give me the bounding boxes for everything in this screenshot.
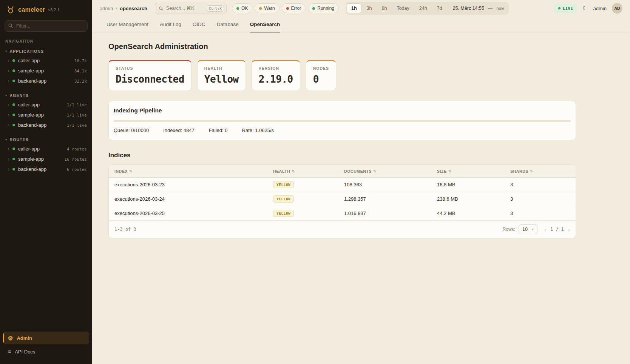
section-header-applications[interactable]: ▾ APPLICATIONS [0,48,92,55]
status-dot [12,158,15,160]
chevron-right-icon: › [8,79,9,83]
shortcut-hint: Ctrl+K [207,5,224,12]
time-range-3h[interactable]: 3h [362,3,377,13]
sidebar-item-agent-backend[interactable]: › backend-app 1/1 live [0,120,92,130]
chevron-down-icon: ▾ [532,228,534,231]
sort-icon: ⇅ [530,169,533,173]
sidebar-item-app-backend[interactable]: › backend-app 32.2k [0,76,92,86]
date-range-label[interactable]: 25. März 14:55 [448,6,487,11]
page-indicator: 1 / 1 [550,227,564,232]
dark-mode-toggle-moon-icon[interactable]: ☾ [582,5,588,11]
time-range-24h[interactable]: 24h [415,3,432,13]
table-row[interactable]: executions-2026-03-25 YELLOW 1.016.937 4… [109,206,576,221]
column-header-index[interactable]: INDEX ⇅ [114,169,273,174]
live-badge: 1/1 live [67,103,87,107]
breadcrumb-admin[interactable]: admin [100,6,113,11]
topbar: admin / opensearch Ctrl+K OK [92,0,630,17]
logo[interactable]: cameleer v3.2.1 [0,0,92,19]
status-dot [12,69,15,72]
sidebar-item-api-docs[interactable]: ≡ API Docs [3,345,89,358]
stat-card-status: STATUS Disconnected [108,60,191,91]
health-badge: YELLOW [273,181,294,188]
section-agents: ▾ AGENTS › caller-app 1/1 live › sample-… [0,92,92,130]
gear-icon: ⚙ [8,335,13,341]
status-dot [12,59,15,62]
sidebar-item-app-caller[interactable]: › caller-app 10.7k [0,55,92,66]
sidebar-item-routes-sample[interactable]: › sample-app 16 routes [0,154,92,164]
chevron-down-icon: ▾ [5,50,7,53]
stat-card-version: VERSION 2.19.0 [252,60,300,91]
live-toggle[interactable]: LIVE [554,3,577,13]
sidebar-item-agent-sample[interactable]: › sample-app 1/1 live [0,110,92,120]
section-header-agents[interactable]: ▾ AGENTS [0,92,92,100]
error-dot [286,7,289,10]
sidebar-item-app-sample[interactable]: › sample-app 84.1k [0,66,92,76]
live-dot [558,7,561,9]
pipeline-stats: Queue: 0/10000 Indexed: 4847 Failed: 0 R… [114,127,571,133]
tab-oidc[interactable]: OIDC [193,17,205,32]
table-footer: 1-3 of 3 Rows: 10 ▾ ‹ 1 [109,221,576,238]
next-page-button[interactable]: › [568,227,570,232]
pipeline-title: Indexing Pipeline [114,107,571,114]
column-header-documents[interactable]: DOCUMENTS ⇅ [344,169,437,174]
now-label: now [496,6,508,11]
breadcrumb: admin / opensearch [100,6,147,11]
avatar[interactable]: AD [612,3,622,14]
tab-database[interactable]: Database [217,17,239,32]
section-header-routes[interactable]: ▾ ROUTES [0,136,92,144]
time-range-6h[interactable]: 6h [377,3,391,13]
tab-opensearch[interactable]: OpenSearch [250,17,280,32]
health-badge: YELLOW [273,210,294,217]
table-row[interactable]: executions-2026-03-23 YELLOW 108.363 16.… [109,178,576,192]
filter-chip-ok[interactable]: OK [232,3,252,13]
pipeline-rate: Rate: 1.0625/s [242,127,274,133]
time-range-7d[interactable]: 7d [432,3,447,13]
time-range-today[interactable]: Today [392,3,414,13]
table-row[interactable]: executions-2026-03-24 YELLOW 1.298.357 2… [109,192,576,206]
sidebar-item-admin[interactable]: ⚙ Admin [3,332,89,344]
chevron-right-icon: › [8,167,9,172]
status-dot [12,103,15,106]
live-badge: 1/1 live [67,123,87,127]
section-routes: ▾ ROUTES › caller-app 4 routes › sample-… [0,136,92,174]
sidebar-footer: ⚙ Admin ≡ API Docs [0,327,92,364]
admin-label: Admin [17,335,32,341]
nav-section-label: NAVIGATION [0,39,92,43]
pipeline-progress-bar [114,120,571,122]
version-value: 2.19.0 [259,74,293,85]
column-header-health[interactable]: HEALTH ⇅ [273,169,344,174]
global-search[interactable]: Ctrl+K [155,3,227,14]
sidebar-item-routes-caller[interactable]: › caller-app 4 routes [0,144,92,154]
time-range-1h[interactable]: 1h [347,3,361,13]
chevron-right-icon: › [8,157,9,161]
prev-page-button[interactable]: ‹ [544,227,546,232]
search-icon [159,6,164,11]
filter-chip-warn[interactable]: Warn [255,3,279,13]
running-dot [312,7,315,10]
stat-card-health: HEALTH Yellow [197,60,246,91]
column-header-size[interactable]: SIZE ⇅ [437,169,510,174]
indices-table: INDEX ⇅ HEALTH ⇅ DOCUMENTS ⇅ SIZE [108,164,576,238]
search-icon [8,23,13,28]
filter-chip-error[interactable]: Error [282,3,306,13]
rows-per-page-select[interactable]: 10 ▾ [519,224,537,234]
search-input[interactable] [166,6,204,11]
sort-icon: ⇅ [448,169,451,173]
column-header-shards[interactable]: SHARDS ⇅ [510,169,570,174]
chevron-right-icon: › [8,123,9,127]
tab-user-management[interactable]: User Management [107,17,148,32]
filter-chip-running[interactable]: Running [308,3,339,13]
warn-dot [259,7,262,10]
filter-input[interactable] [5,20,88,32]
sidebar-item-routes-backend[interactable]: › backend-app 6 routes [0,164,92,174]
chevron-down-icon: ▾ [5,138,7,141]
user-name: admin [593,6,607,11]
tab-audit-log[interactable]: Audit Log [160,17,181,32]
cameleer-logo-icon [6,5,15,14]
status-dot [12,80,15,82]
content: OpenSearch Administration STATUS Disconn… [92,32,630,364]
sort-icon: ⇅ [292,169,295,173]
status-filter-chips: OK Warn Error Running [232,3,339,13]
ok-dot [236,7,239,10]
sidebar-item-agent-caller[interactable]: › caller-app 1/1 live [0,100,92,110]
